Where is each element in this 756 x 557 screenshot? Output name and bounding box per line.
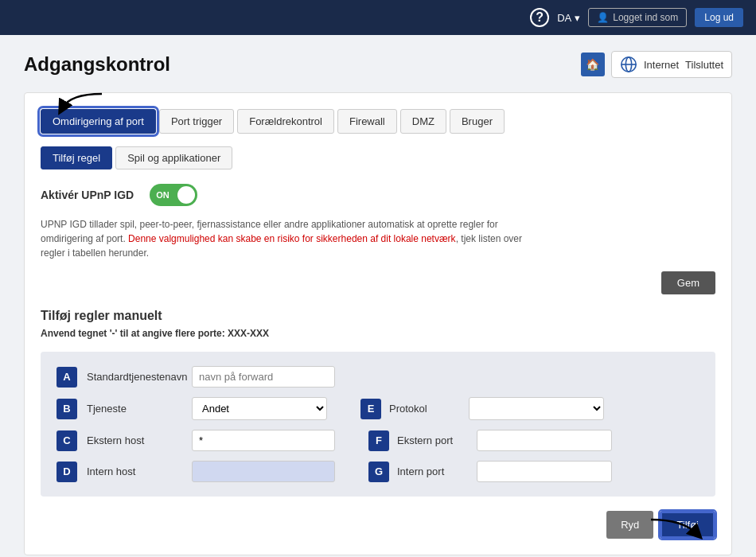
right-group-g: G Intern port — [368, 461, 612, 482]
form-grid: A Standardtjenestenavn B Tjeneste Andet … — [41, 352, 715, 497]
globe-icon — [620, 56, 637, 73]
input-servicename[interactable] — [192, 366, 335, 388]
help-button[interactable]: ? — [530, 8, 549, 27]
tab-bruger[interactable]: Bruger — [450, 109, 505, 134]
label-protokol: Protokol — [389, 403, 461, 415]
save-button-row: Gem — [41, 271, 715, 294]
label-intern-port: Intern port — [397, 465, 469, 477]
form-row-d: D Intern host G Intern port — [57, 461, 699, 482]
label-servicename: Standardtjenestenavn — [87, 371, 182, 383]
internet-status-bar: Internet Tilsluttet — [611, 51, 732, 78]
sub-tabs: Tilføj regel Spil og applikationer — [41, 146, 715, 169]
upnp-info-text: UPNP IGD tillader spil, peer-to-peer, fj… — [41, 217, 534, 260]
select-tjeneste[interactable]: Andet HTTP FTP SMTP — [192, 397, 327, 420]
badge-f: F — [368, 430, 389, 451]
tab-porttrigger[interactable]: Port trigger — [159, 109, 234, 134]
tab-foraeldrekontrol[interactable]: Forældrekontrol — [237, 109, 334, 134]
badge-b: B — [57, 399, 77, 419]
label-ekstern-port: Ekstern port — [397, 434, 469, 446]
input-ekstern-host[interactable] — [192, 430, 335, 451]
main-tabs: Omdirigering af port Port trigger Foræld… — [41, 109, 715, 134]
logout-button[interactable]: Log ud — [695, 8, 743, 27]
login-info: 👤 Logget ind som — [588, 8, 687, 27]
main-content: Adgangskontrol 🏠 Internet Tilsluttet — [0, 35, 756, 557]
chevron-down-icon: ▾ — [575, 12, 580, 24]
home-button[interactable]: 🏠 — [581, 53, 605, 76]
info-warning-text: Denne valgmulighed kan skabe en risiko f… — [128, 233, 456, 244]
form-row-a: A Standardtjenestenavn — [57, 366, 699, 388]
upnp-row: Aktivér UPnP IGD ON — [41, 184, 715, 206]
upnp-toggle[interactable]: ON — [150, 184, 197, 206]
badge-e: E — [360, 399, 381, 419]
manual-section-hint: Anvend tegnet '-' til at angive flere po… — [41, 328, 715, 339]
form-row-b: B Tjeneste Andet HTTP FTP SMTP E Protoko… — [57, 397, 699, 420]
select-protokol[interactable]: TCP UDP TCP/UDP — [469, 397, 604, 420]
tab-dmz[interactable]: DMZ — [400, 109, 446, 134]
badge-c: C — [57, 430, 77, 451]
badge-d: D — [57, 462, 77, 482]
upnp-label: Aktivér UPnP IGD — [41, 189, 134, 201]
right-group-e: E Protokol TCP UDP TCP/UDP — [360, 397, 604, 420]
input-intern-port[interactable] — [477, 461, 612, 482]
add-button[interactable]: Tilføj — [660, 511, 715, 539]
page-title: Adgangskontrol — [24, 53, 170, 76]
clear-button[interactable]: Ryd — [606, 511, 653, 539]
tab-omdirigering[interactable]: Omdirigering af port — [41, 109, 156, 134]
label-ekstern-host: Ekstern host — [87, 434, 182, 446]
user-icon: 👤 — [597, 12, 609, 23]
connection-status: Tilsluttet — [685, 59, 723, 71]
toggle-knob — [177, 186, 195, 204]
settings-card: Omdirigering af port Port trigger Foræld… — [24, 92, 732, 555]
label-intern-host: Intern host — [87, 465, 182, 477]
manual-section-title: Tilføj regler manuelt — [41, 309, 715, 323]
label-tjeneste: Tjeneste — [87, 403, 182, 415]
tab-firewall[interactable]: Firewall — [337, 109, 397, 134]
input-intern-host[interactable] — [192, 461, 335, 482]
subtab-tilfoj-regel[interactable]: Tilføj regel — [41, 146, 112, 169]
input-ekstern-port[interactable] — [477, 430, 612, 451]
badge-a: A — [57, 367, 77, 388]
page-header: Adgangskontrol 🏠 Internet Tilsluttet — [24, 51, 732, 78]
top-navigation: ? DA ▾ 👤 Logget ind som Log ud — [0, 0, 756, 35]
internet-label: Internet — [644, 59, 679, 71]
form-row-c: C Ekstern host F Ekstern port — [57, 430, 699, 451]
lang-label: DA — [557, 12, 571, 24]
right-group-f: F Ekstern port — [368, 430, 612, 451]
bottom-button-row: Ryd Tilføj — [41, 511, 715, 539]
toggle-on-text: ON — [151, 190, 170, 200]
badge-g: G — [368, 462, 389, 482]
language-selector[interactable]: DA ▾ — [557, 12, 580, 24]
save-button[interactable]: Gem — [661, 271, 715, 294]
subtab-spil[interactable]: Spil og applikationer — [115, 146, 232, 169]
